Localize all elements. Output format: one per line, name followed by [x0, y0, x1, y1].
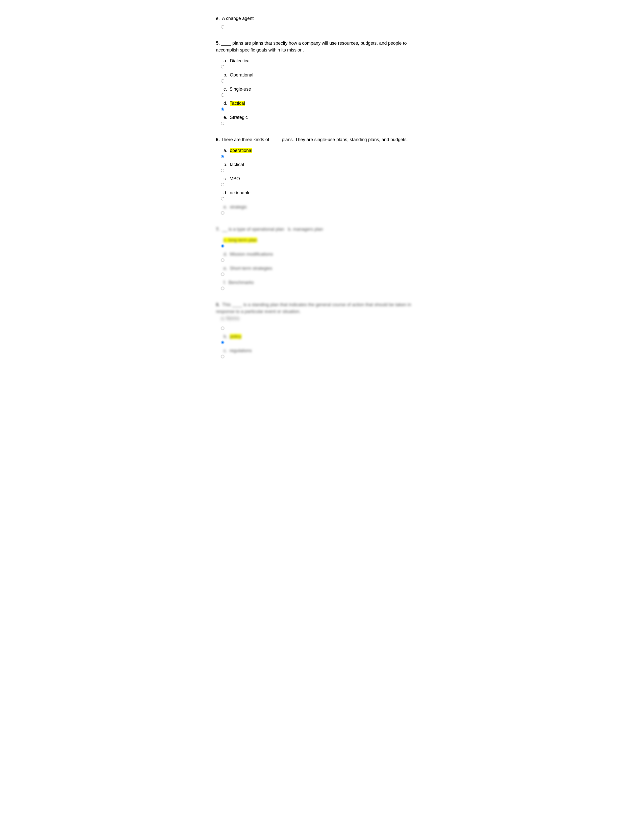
- option-5c-label-row: c. Single-use: [224, 86, 428, 93]
- option-5b-text: Operational: [230, 72, 253, 77]
- question-8-text-line2: a. Norms: [216, 316, 240, 321]
- option-7f-label-row: f. Benchmarks: [224, 279, 428, 286]
- option-6d-letter: d. actionable: [224, 190, 251, 195]
- option-6a-label-row: a. operational: [224, 147, 428, 154]
- radio-5b[interactable]: [221, 79, 224, 82]
- question-7-number: 7.: [216, 227, 220, 232]
- option-6b-label-row: b. tactical: [224, 161, 428, 168]
- radio-6b[interactable]: [221, 169, 224, 172]
- question-6: 6. There are three kinds of ____ plans. …: [216, 136, 428, 216]
- option-6b-letter: b. tactical: [224, 162, 244, 167]
- question-8-number: 8.: [216, 302, 220, 307]
- radio-7f[interactable]: [221, 287, 224, 290]
- option-6d-text: actionable: [230, 190, 251, 195]
- question-7: 7. __ is a type of operational plan b. m…: [216, 226, 428, 291]
- option-6b-text: tactical: [230, 162, 244, 167]
- option-8c-text: c. regulations: [224, 348, 252, 353]
- radio-prev-e[interactable]: [221, 25, 224, 29]
- option-5e-label-row: e. Strategic: [224, 114, 428, 121]
- radio-6e[interactable]: [221, 211, 224, 215]
- question-6-text: 6. There are three kinds of ____ plans. …: [216, 136, 428, 143]
- option-8b-text: b. policy: [224, 334, 242, 339]
- radio-5a[interactable]: [221, 65, 224, 68]
- option-5d-letter: d. Tactical: [224, 101, 245, 106]
- option-5d-text: Tactical: [230, 101, 245, 106]
- radio-6d[interactable]: [221, 197, 224, 200]
- option-5d-label-row: d. Tactical: [224, 100, 428, 107]
- radio-7e[interactable]: [221, 273, 224, 276]
- option-6e-letter: e. strategic: [224, 204, 247, 209]
- question-8-text: 8. This ____ is a standing plan that ind…: [216, 301, 428, 322]
- radio-7c[interactable]: [221, 244, 224, 248]
- option-7e-text: e. Short-term strategies: [224, 266, 272, 271]
- option-row-prev-e: e. A change agent: [216, 15, 428, 22]
- option-7c-text: c. long term plan: [224, 238, 257, 243]
- option-8c-label-row: c. regulations: [224, 347, 428, 354]
- option-7f-text: f. Benchmarks: [224, 280, 254, 285]
- option-6a-text: operational: [230, 148, 252, 153]
- radio-5c[interactable]: [221, 93, 224, 96]
- radio-8c[interactable]: [221, 355, 224, 358]
- option-6a-letter: a. operational: [224, 148, 252, 153]
- option-5a-label-row: a. Dialectical: [224, 58, 428, 64]
- option-letter-prev-e: e. A change agent: [216, 15, 254, 22]
- question-5-number: 5.: [216, 41, 220, 46]
- option-6e-text: strategic: [230, 204, 247, 209]
- question-8: 8. This ____ is a standing plan that ind…: [216, 301, 428, 359]
- option-8b-label-row: b. policy: [224, 333, 428, 340]
- option-5e-text: Strategic: [230, 115, 248, 120]
- radio-5e[interactable]: [221, 122, 224, 125]
- radio-5d[interactable]: [221, 108, 224, 111]
- radio-8a[interactable]: [221, 326, 224, 330]
- radio-6a[interactable]: [221, 155, 224, 158]
- question-5: 5. ____ plans are plans that specify how…: [216, 40, 428, 126]
- question-6-number: 6.: [216, 137, 220, 142]
- question-7-text: 7. __ is a type of operational plan b. m…: [216, 226, 428, 233]
- option-6c-label-row: c. MBO: [224, 175, 428, 182]
- prev-question-e: e. A change agent: [216, 15, 428, 30]
- option-7c-label-row: c. long term plan: [224, 237, 428, 244]
- option-5a-text: Dialectical: [230, 58, 251, 63]
- option-7e-label-row: e. Short-term strategies: [224, 265, 428, 272]
- option-5a-letter: a. Dialectical: [224, 58, 251, 63]
- option-6c-letter: c. MBO: [224, 176, 240, 181]
- option-5c-letter: c. Single-use: [224, 87, 251, 92]
- option-5c-text: Single-use: [230, 87, 251, 92]
- option-6d-label-row: d. actionable: [224, 190, 428, 196]
- option-6c-text: MBO: [230, 176, 240, 181]
- option-6e-label-row: e. strategic: [224, 204, 428, 211]
- option-5b-letter: b. Operational: [224, 72, 253, 77]
- option-text-prev-e: A change agent: [222, 16, 254, 21]
- radio-6c[interactable]: [221, 183, 224, 186]
- option-5e-letter: e. Strategic: [224, 115, 248, 120]
- radio-8b[interactable]: [221, 341, 224, 344]
- radio-7d[interactable]: [221, 259, 224, 262]
- option-7d-text: d. Mission modifications: [224, 252, 273, 257]
- question-5-text: 5. ____ plans are plans that specify how…: [216, 40, 428, 53]
- option-5b-label-row: b. Operational: [224, 72, 428, 79]
- option-7d-label-row: d. Mission modifications: [224, 251, 428, 258]
